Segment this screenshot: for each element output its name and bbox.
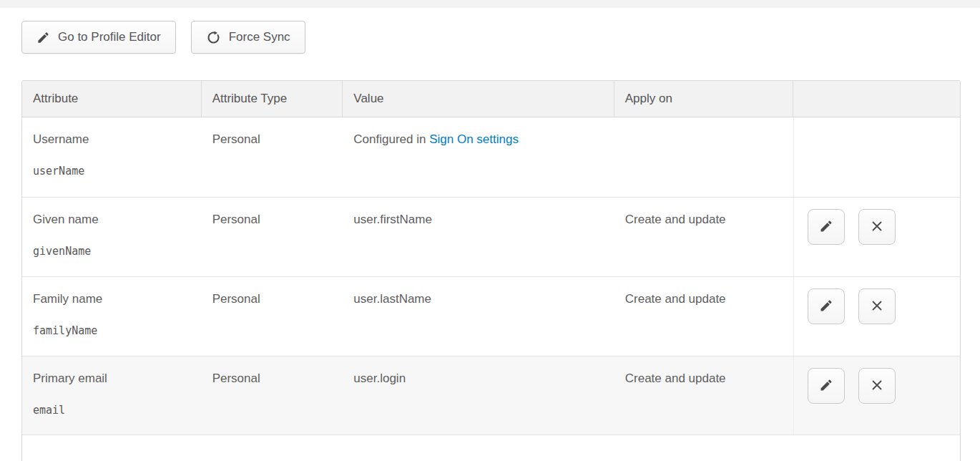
close-icon xyxy=(870,378,884,394)
attribute-cell: Given name givenName xyxy=(22,198,202,276)
attribute-label: Family name xyxy=(33,291,195,307)
actions-cell xyxy=(793,356,960,435)
delete-attribute-button[interactable] xyxy=(858,209,896,245)
force-sync-button[interactable]: Force Sync xyxy=(191,21,305,54)
attribute-type-cell: Personal xyxy=(202,356,343,435)
apply-on-cell xyxy=(614,117,794,197)
edit-attribute-button[interactable] xyxy=(808,368,845,404)
apply-on-cell: Create and update xyxy=(614,277,794,356)
attribute-cell: Family name familyName xyxy=(22,277,202,356)
value-cell: user.login xyxy=(343,356,614,435)
column-header-attribute-type: Attribute Type xyxy=(202,81,343,117)
refresh-icon xyxy=(206,30,221,45)
apply-on-cell: Create and update xyxy=(614,356,794,435)
attribute-type-cell: Personal xyxy=(202,277,343,356)
attribute-variable-name: familyName xyxy=(33,323,195,339)
attribute-variable-name: userName xyxy=(33,163,195,180)
table-header-row: Attribute Attribute Type Value Apply on xyxy=(22,81,960,117)
attribute-mappings-table: Attribute Attribute Type Value Apply on … xyxy=(21,80,961,461)
attribute-label: Given name xyxy=(33,211,195,228)
close-icon xyxy=(870,219,884,236)
attribute-label: Username xyxy=(33,131,195,147)
pencil-icon xyxy=(819,378,833,394)
force-sync-label: Force Sync xyxy=(229,30,290,44)
close-icon xyxy=(870,299,884,315)
value-prefix-text: Configured in xyxy=(353,132,429,146)
attribute-cell: Primary email email xyxy=(22,356,202,435)
go-to-profile-editor-button[interactable]: Go to Profile Editor xyxy=(21,21,176,54)
actions-cell xyxy=(793,198,960,276)
edit-attribute-button[interactable] xyxy=(808,209,845,245)
delete-attribute-button[interactable] xyxy=(858,368,896,404)
attribute-type-cell: Personal xyxy=(202,198,343,276)
value-cell: user.firstName xyxy=(343,198,614,276)
attribute-type-cell: Personal xyxy=(202,117,343,197)
column-header-apply-on: Apply on xyxy=(614,81,794,117)
pencil-icon xyxy=(819,299,833,315)
delete-attribute-button[interactable] xyxy=(858,288,896,324)
attribute-variable-name: email xyxy=(33,402,195,419)
actions-cell-empty xyxy=(793,117,960,197)
go-to-profile-editor-label: Go to Profile Editor xyxy=(58,30,161,44)
column-header-actions xyxy=(793,81,960,117)
attribute-label: Primary email xyxy=(33,370,195,387)
table-row-username: Username userName Personal Configured in… xyxy=(22,117,960,198)
attribute-cell: Username userName xyxy=(22,117,202,197)
table-row-family-name: Family name familyName Personal user.las… xyxy=(22,277,960,356)
table-row-primary-email: Primary email email Personal user.login … xyxy=(22,356,960,435)
sign-on-settings-link[interactable]: Sign On settings xyxy=(429,132,519,146)
value-cell: user.lastName xyxy=(343,277,614,356)
column-header-attribute: Attribute xyxy=(22,81,202,117)
attribute-variable-name: givenName xyxy=(33,243,195,260)
value-cell: Configured in Sign On settings xyxy=(343,117,614,197)
toolbar: Go to Profile Editor Force Sync xyxy=(21,21,980,54)
actions-cell xyxy=(793,277,960,356)
column-header-value: Value xyxy=(343,81,614,117)
pencil-icon xyxy=(36,31,50,44)
apply-on-cell: Create and update xyxy=(614,198,794,276)
pencil-icon xyxy=(819,219,833,236)
table-row-partial xyxy=(22,435,960,461)
table-row-given-name: Given name givenName Personal user.first… xyxy=(22,198,960,277)
edit-attribute-button[interactable] xyxy=(808,288,845,324)
top-divider-strip xyxy=(0,0,980,8)
